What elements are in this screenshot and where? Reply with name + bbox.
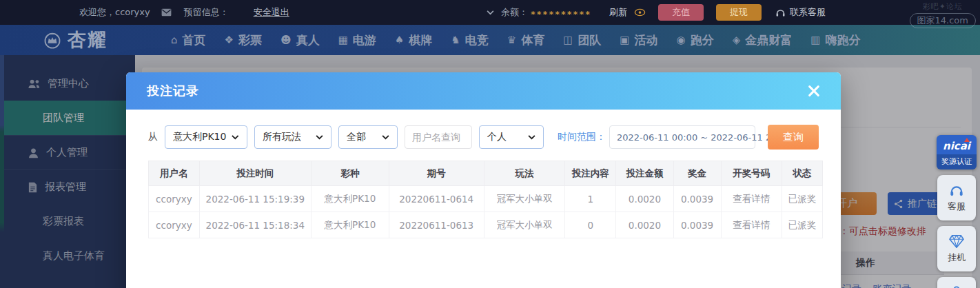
eye-icon[interactable] [634,8,646,17]
prize-source-cert-badge[interactable]: nicai 奖源认证 [937,135,977,169]
nav-label: 体育 [521,32,544,48]
recharge-button[interactable]: 充值 [658,4,704,21]
lottery-select[interactable]: 意大利PK10 [165,125,247,149]
refresh-link[interactable]: 刷新 [609,6,627,19]
nicai-logo: nicai [937,135,977,154]
nav-item-activity[interactable]: ▣活动 [620,32,657,48]
from-label: 从 [148,131,158,143]
nav-item-board-games[interactable]: ♠棋牌 [395,32,432,48]
hangup-button[interactable]: 挂机 [937,226,976,271]
nav-item-paofen[interactable]: ◉跑分 [677,32,714,48]
nav-label: 电竞 [465,32,489,48]
close-icon[interactable] [808,85,820,97]
lottery-select-value: 意大利PK10 [173,131,226,143]
hi-logo-icon: ▥ [810,34,820,46]
play-type-select[interactable]: 所有玩法 [254,125,331,149]
modal-title: 投注记录 [147,83,199,99]
cell-lottery: 意大利PK10 [311,212,389,238]
search-button[interactable]: 查询 [768,125,819,150]
customer-service-button[interactable]: 客服 [937,175,976,220]
nav-label: 电游 [353,32,376,48]
table-row: ccoryxy 2022-06-11 15:18:34 意大利PK10 2022… [149,212,823,238]
status-select-value: 全部 [347,131,366,143]
balance-label: 余额： [501,6,528,19]
contact-service-link[interactable]: 联系客服 [775,6,826,19]
nav-item-live-casino[interactable]: ☻真人 [280,32,320,48]
chevron-down-icon [316,135,323,140]
live-casino-icon: ☻ [280,34,292,46]
col-status: 状态 [782,161,822,186]
floating-side-panel: nicai 奖源认证 客服 挂机 我的 [936,135,977,288]
home-icon: ⌂ [171,34,178,46]
headset-icon [949,183,964,197]
scope-select-value: 个人 [487,131,507,143]
nav-label: 棋牌 [409,32,432,48]
nav-label: 活动 [635,32,658,48]
cell-content: 0 [565,212,616,238]
cell-prize: 0.0039 [673,186,721,212]
logout-link[interactable]: 安全退出 [254,6,289,19]
chevron-down-icon[interactable] [487,10,494,15]
nav-item-jinding-wealth[interactable]: ◈金鼎财富 [733,32,793,48]
gamepad-icon: ♞ [451,34,460,46]
brand-name: 杏耀 [68,28,108,52]
nav-label: 彩票 [238,32,262,48]
nav-item-home[interactable]: ⌂首页 [171,32,206,48]
balance-masked-value: ********** [531,9,591,19]
cert-label: 奖源认证 [937,154,977,169]
cell-play: 冠军大小单双 [484,186,565,212]
filter-bar: 从 意大利PK10 所有玩法 全部 个人 时间范围： 2022-06-11 00… [148,125,823,150]
user-icon [950,285,963,288]
main-navbar: 杏耀 ⌂首页 ❖彩票 ☻真人 ▦电游 ♠棋牌 ♞电竞 ♛体育 ◫团队 ▣活动 ◉… [0,25,980,55]
nav-item-lottery[interactable]: ❖彩票 [225,32,262,48]
cell-username: ccoryxy [149,186,200,212]
bet-records-table: 用户名 投注时间 彩种 期号 玩法 投注内容 投注金额 奖金 开奖号码 状态 c… [148,161,823,238]
nav-label: 团队 [578,32,601,48]
nav-item-team[interactable]: ◫团队 [563,32,601,48]
col-prize: 奖金 [673,161,721,186]
chevron-down-icon [528,135,535,140]
message-icon[interactable] [161,8,172,17]
table-row: ccoryxy 2022-06-11 15:19:39 意大利PK10 2022… [149,186,823,212]
chevron-down-icon [232,135,239,140]
nav-item-hi-paofen[interactable]: ▥嗨跑分 [810,32,860,48]
my-account-button[interactable]: 我的 [937,277,976,288]
col-amount: 投注金额 [616,161,674,186]
welcome-text: 欢迎您，ccoryxy [79,6,150,19]
view-details-link[interactable]: 查看详情 [721,186,782,212]
cell-bet-time: 2022-06-11 15:19:39 [199,186,311,212]
date-range-input[interactable]: 2022-06-11 00:00 ~ 2022-06-11 23:59 [609,125,755,149]
status-badge: 已派奖 [782,186,822,212]
team-icon: ◫ [563,34,573,46]
nav-item-esports[interactable]: ♞电竞 [451,32,488,48]
col-issue: 期号 [389,161,484,186]
username-search-input[interactable] [405,125,472,149]
status-select[interactable]: 全部 [338,125,398,149]
cell-content: 1 [565,186,616,212]
nav-label: 跑分 [691,32,714,48]
date-range-value: 2022-06-11 00:00 ~ 2022-06-11 23:59 [617,132,791,143]
nav-label: 嗨跑分 [825,32,860,48]
table-header-row: 用户名 投注时间 彩种 期号 玩法 投注内容 投注金额 奖金 开奖号码 状态 [149,161,823,186]
modal-header: 投注记录 [126,72,841,110]
cell-issue: 20220611-0613 [389,212,484,238]
nav-label: 首页 [183,32,206,48]
headset-icon [775,8,786,17]
brand-logo[interactable]: 杏耀 [43,28,108,52]
cell-lottery: 意大利PK10 [311,186,389,212]
poker-icon: ♠ [395,34,404,46]
view-details-link[interactable]: 查看详情 [721,212,782,238]
col-bet-time: 投注时间 [199,161,311,186]
nav-item-sports[interactable]: ♛体育 [507,32,544,48]
gift-icon: ▣ [620,34,629,46]
cell-play: 冠军大小单双 [484,212,565,238]
status-badge: 已派奖 [782,212,822,238]
nav-item-egames[interactable]: ▦电游 [338,32,376,48]
col-content: 投注内容 [565,161,616,186]
withdraw-button[interactable]: 提现 [716,4,762,21]
scope-select[interactable]: 个人 [479,125,544,149]
modal-body: 从 意大利PK10 所有玩法 全部 个人 时间范围： 2022-06-11 00… [126,110,841,238]
nav-menu: ⌂首页 ❖彩票 ☻真人 ▦电游 ♠棋牌 ♞电竞 ♛体育 ◫团队 ▣活动 ◉跑分 … [171,32,879,48]
jinding-logo-icon: ◈ [733,34,741,46]
cell-username: ccoryxy [149,212,200,238]
